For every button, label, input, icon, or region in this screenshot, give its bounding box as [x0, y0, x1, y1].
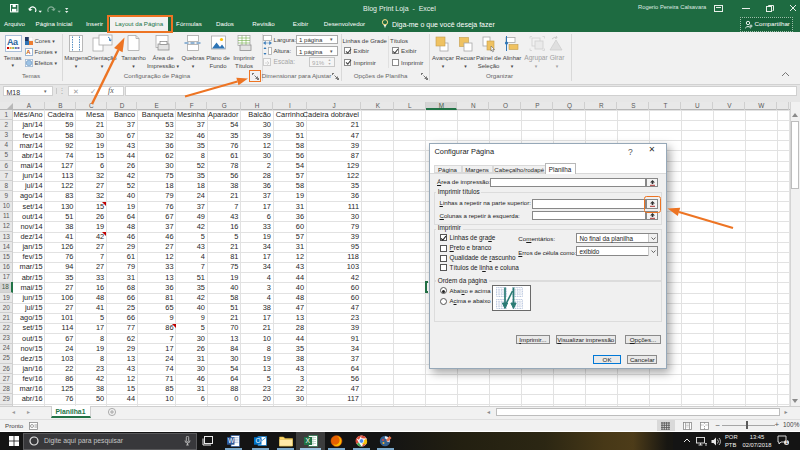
svg-text:W: W	[228, 437, 235, 444]
svg-text:X: X	[306, 437, 311, 444]
svg-text:O: O	[255, 437, 260, 444]
